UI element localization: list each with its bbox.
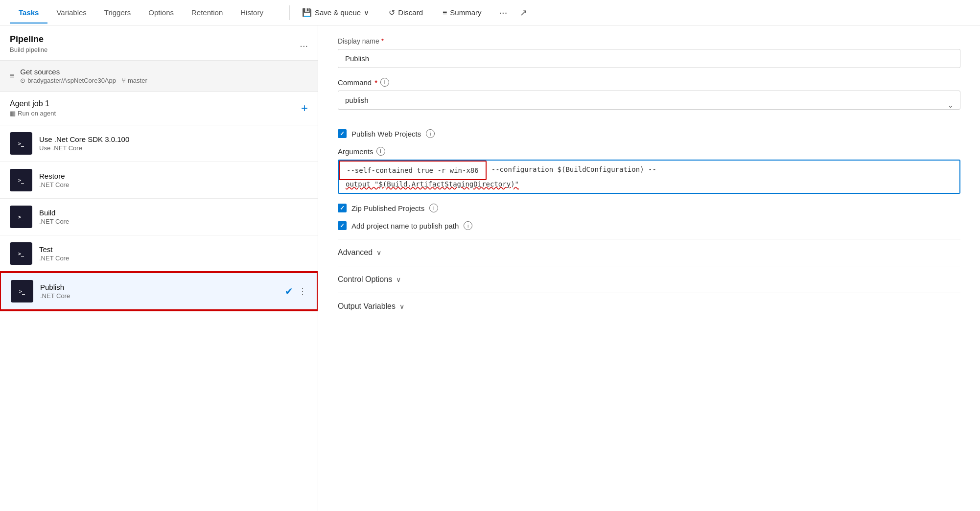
advanced-chevron-icon: ∨ — [376, 249, 381, 256]
tab-variables[interactable]: Variables — [47, 1, 95, 23]
zip-projects-checkbox[interactable]: ✓ — [338, 204, 347, 212]
right-panel: Display name * Command * i publish ⌄ ✓ P… — [318, 25, 980, 511]
command-required: * — [374, 78, 377, 87]
pipeline-title: Pipeline — [10, 34, 47, 45]
task-name-3: Build — [39, 209, 308, 217]
summary-icon: ≡ — [443, 8, 447, 17]
checkmark-icon-2: ✓ — [340, 205, 345, 211]
expand-button[interactable]: ↗ — [520, 7, 527, 18]
agent-icon: ▦ — [10, 110, 16, 117]
top-nav: Tasks Variables Triggers Options Retenti… — [0, 0, 980, 25]
publish-web-projects-checkbox[interactable]: ✓ — [338, 129, 347, 138]
output-variables-label: Output Variables — [338, 302, 396, 311]
advanced-section[interactable]: Advanced ∨ — [338, 239, 960, 266]
control-options-label: Control Options — [338, 275, 392, 284]
task-sub-5: .NET Core — [40, 292, 278, 300]
agent-job-section[interactable]: Agent job 1 ▦ Run on agent + — [0, 92, 318, 125]
publish-web-projects-info-icon[interactable]: i — [426, 129, 435, 138]
repo-info: ⊙ bradygaster/AspNetCore30App — [20, 77, 116, 84]
command-select[interactable]: publish — [338, 91, 960, 110]
pipeline-section: Pipeline Build pipeline ... — [0, 25, 318, 61]
command-select-wrapper: publish ⌄ — [338, 91, 960, 119]
command-info-icon[interactable]: i — [380, 78, 389, 87]
pipeline-options-button[interactable]: ... — [300, 38, 308, 49]
discard-icon: ↺ — [389, 8, 395, 17]
task-kebab-icon[interactable]: ⋮ — [298, 286, 307, 297]
nav-actions: 💾 Save & queue ∨ ↺ Discard ≡ Summary ···… — [297, 4, 527, 21]
get-sources-item[interactable]: ≡ Get sources ⊙ bradygaster/AspNetCore30… — [0, 61, 318, 92]
arguments-continuation: --configuration $(BuildConfiguration) -- — [487, 161, 959, 180]
get-sources-meta: ⊙ bradygaster/AspNetCore30App ⑂ master — [20, 77, 147, 84]
agent-job-title: Agent job 1 — [10, 99, 56, 108]
agent-job-subtitle: ▦ Run on agent — [10, 110, 56, 117]
add-project-name-checkbox[interactable]: ✓ — [338, 221, 347, 230]
arguments-label: Arguments i — [338, 147, 960, 156]
output-variables-chevron-icon: ∨ — [399, 302, 404, 310]
dotnet-icon-4: >_ — [10, 242, 32, 265]
nav-tabs: Tasks Variables Triggers Options Retenti… — [10, 1, 272, 23]
add-task-button[interactable]: + — [301, 101, 308, 115]
task-sub-3: .NET Core — [39, 218, 308, 225]
required-marker: * — [381, 37, 384, 45]
arguments-info-icon[interactable]: i — [376, 147, 385, 156]
tab-triggers[interactable]: Triggers — [95, 1, 140, 23]
task-name-1: Use .Net Core SDK 3.0.100 — [39, 135, 308, 143]
task-sub-2: .NET Core — [39, 181, 308, 188]
sidebar: Pipeline Build pipeline ... ≡ Get source… — [0, 25, 318, 511]
lines-icon: ≡ — [10, 71, 14, 80]
get-sources-title: Get sources — [20, 68, 147, 76]
task-name-4: Test — [39, 245, 308, 254]
branch-info: ⑂ master — [122, 77, 147, 84]
add-project-name-label: Add project name to publish path — [351, 222, 459, 230]
chevron-down-icon: ∨ — [364, 8, 369, 17]
control-options-section[interactable]: Control Options ∨ — [338, 266, 960, 293]
task-name-2: Restore — [39, 172, 308, 180]
control-options-chevron-icon: ∨ — [396, 276, 401, 283]
tab-options[interactable]: Options — [140, 1, 183, 23]
publish-web-projects-label: Publish Web Projects — [351, 130, 421, 138]
tab-tasks[interactable]: Tasks — [10, 1, 47, 23]
github-icon: ⊙ — [20, 77, 25, 84]
task-use-net-core[interactable]: >_ Use .Net Core SDK 3.0.100 Use .NET Co… — [0, 125, 318, 162]
checkmark-icon-3: ✓ — [340, 222, 345, 229]
add-project-name-info-icon[interactable]: i — [464, 221, 472, 230]
task-sub-1: Use .NET Core — [39, 144, 308, 152]
pipeline-subtitle: Build pipeline — [10, 46, 47, 53]
task-test[interactable]: >_ Test .NET Core — [0, 235, 318, 272]
main-layout: Pipeline Build pipeline ... ≡ Get source… — [0, 25, 980, 511]
tab-history[interactable]: History — [232, 1, 272, 23]
zip-projects-info-icon[interactable]: i — [429, 204, 438, 212]
command-label: Command * i — [338, 78, 960, 87]
dotnet-icon-3: >_ — [10, 206, 32, 228]
checkmark-icon: ✓ — [340, 130, 345, 137]
task-name-5: Publish — [40, 283, 278, 291]
publish-web-projects-row[interactable]: ✓ Publish Web Projects i — [338, 129, 960, 138]
output-variables-section[interactable]: Output Variables ∨ — [338, 293, 960, 320]
task-sub-4: .NET Core — [39, 255, 308, 262]
task-publish[interactable]: >_ Publish .NET Core ✔ ⋮ — [0, 272, 318, 310]
dotnet-icon-1: >_ — [10, 132, 32, 155]
summary-button[interactable]: ≡ Summary — [438, 5, 487, 20]
branch-icon: ⑂ — [122, 77, 126, 84]
add-project-name-row[interactable]: ✓ Add project name to publish path i — [338, 221, 960, 230]
more-options-button[interactable]: ··· — [496, 4, 511, 21]
arguments-line2: output "$(Build.ArtifactStagingDirectory… — [339, 180, 959, 193]
arguments-highlight-box: --self-contained true -r win-x86 — [339, 161, 487, 180]
advanced-label: Advanced — [338, 248, 373, 257]
zip-projects-row[interactable]: ✓ Zip Published Projects i — [338, 204, 960, 212]
task-build[interactable]: >_ Build .NET Core — [0, 199, 318, 235]
dotnet-icon-5: >_ — [11, 280, 33, 302]
display-name-input[interactable] — [338, 49, 960, 68]
nav-divider — [289, 5, 290, 20]
arguments-container: --self-contained true -r win-x86 --confi… — [338, 160, 960, 194]
display-name-label: Display name * — [338, 37, 960, 45]
dotnet-icon-2: >_ — [10, 169, 32, 191]
task-restore[interactable]: >_ Restore .NET Core — [0, 162, 318, 199]
save-icon: 💾 — [302, 8, 312, 17]
tab-retention[interactable]: Retention — [183, 1, 232, 23]
save-queue-button[interactable]: 💾 Save & queue ∨ — [297, 5, 374, 20]
zip-projects-label: Zip Published Projects — [351, 204, 424, 212]
task-check-icon: ✔ — [285, 285, 293, 297]
discard-button[interactable]: ↺ Discard — [384, 5, 428, 20]
